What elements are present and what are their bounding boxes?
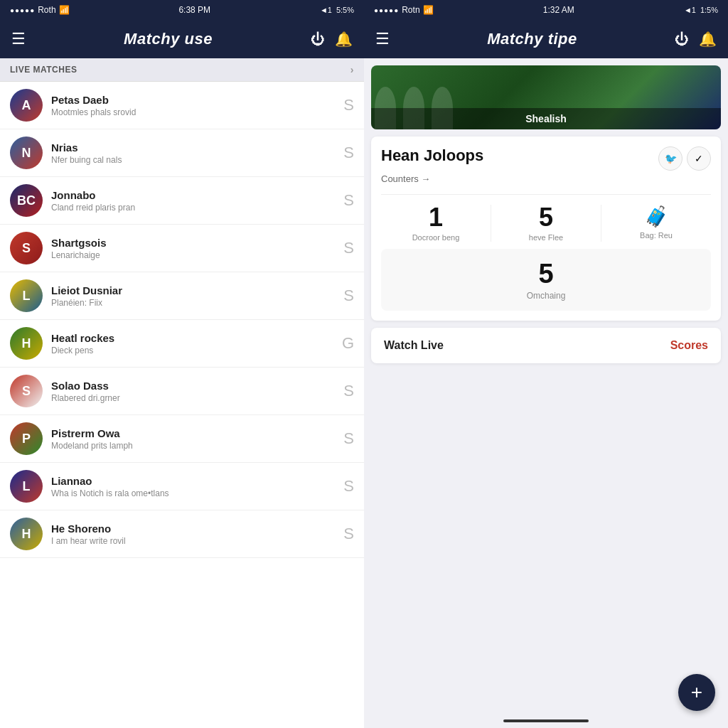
match-name: He Shoreno xyxy=(51,523,343,535)
watch-live-scores: Scores xyxy=(670,339,708,352)
left-status-left: ●●●●● Roth 📶 xyxy=(10,5,70,15)
watch-live-card[interactable]: Watch Live Scores xyxy=(371,328,721,363)
match-item[interactable]: L Liannao Wha is Notich is rala ome•tlan… xyxy=(0,463,364,510)
right-panel: ●●●●● Rotn 📶 1:32 AM ◄1 1:5% ☰ Matchy ti… xyxy=(364,0,728,728)
team-logo: H xyxy=(10,327,43,360)
right-signal-dots: ●●●●● xyxy=(374,6,399,14)
match-score-icon: S xyxy=(343,144,354,162)
team-logo: S xyxy=(10,232,43,264)
social-buttons: 🐦 ✓ xyxy=(658,146,711,171)
match-score-icon: S xyxy=(343,287,354,305)
team-logo: BC xyxy=(10,184,43,217)
match-score-icon: S xyxy=(343,525,354,543)
right-time: 1:32 AM xyxy=(543,5,574,15)
match-title: Hean Joloops xyxy=(381,146,483,165)
left-time: 6:38 PM xyxy=(178,5,210,15)
left-bell-icon[interactable]: 🔔 xyxy=(335,31,353,48)
match-score-icon: G xyxy=(342,334,354,353)
right-wifi-icon: 📶 xyxy=(423,5,434,15)
match-item[interactable]: H Heatl rockes Dieck pens G xyxy=(0,320,364,368)
match-sub: Wha is Notich is rala ome•tlans xyxy=(51,488,343,498)
right-header-icons: ⏻ 🔔 xyxy=(675,31,717,48)
match-item[interactable]: N Nrias Nfer buing cal nals S xyxy=(0,129,364,177)
stat-1-value: 1 xyxy=(387,205,485,230)
match-info: Liannao Wha is Notich is rala ome•tlans xyxy=(51,475,343,498)
match-sub: Dieck pens xyxy=(51,346,342,355)
match-name: Jonnabo xyxy=(51,189,343,201)
match-info: Lieiot Dusniar Planéien: Fiix xyxy=(51,284,343,308)
right-app-header: ☰ Matchy tipe ⏻ 🔔 xyxy=(364,20,728,58)
left-hamburger-icon[interactable]: ☰ xyxy=(11,30,26,48)
left-app-header: ☰ Matchy use ⏻ 🔔 xyxy=(0,20,364,58)
match-score-icon: S xyxy=(343,239,354,257)
stat-3-label: Bag: Reu xyxy=(607,231,705,240)
match-name: Nrias xyxy=(51,141,343,154)
match-name: Shartgsois xyxy=(51,237,343,249)
match-sub: Rlabered dri.grner xyxy=(51,393,343,403)
match-score-icon: S xyxy=(343,96,354,114)
left-power-icon[interactable]: ⏻ xyxy=(311,31,325,48)
team-logo: P xyxy=(10,422,43,455)
right-bell-icon[interactable]: 🔔 xyxy=(699,31,717,48)
right-status-left: ●●●●● Rotn 📶 xyxy=(374,5,434,15)
fab-plus-icon: + xyxy=(691,681,702,704)
match-info: Heatl rockes Dieck pens xyxy=(51,332,342,355)
left-app-title: Matchy use xyxy=(124,30,213,48)
bag-icon: 🧳 xyxy=(607,205,705,228)
match-item[interactable]: S Shartgsois Lenarichaige S xyxy=(0,225,364,272)
twitter-icon: 🐦 xyxy=(665,153,677,164)
match-item[interactable]: A Petas Daeb Mootmles phals srovid S xyxy=(0,82,364,129)
match-name: Petas Daeb xyxy=(51,94,343,106)
match-hero-image: Shealish xyxy=(371,65,721,129)
left-panel: ●●●●● Roth 📶 6:38 PM ◄1 5:5% ☰ Matchy us… xyxy=(0,0,364,728)
right-signal-icon: ◄1 xyxy=(684,6,696,14)
left-header-icons: ⏻ 🔔 xyxy=(311,31,353,48)
left-section-header[interactable]: LIVE MATCHES › xyxy=(0,58,364,82)
match-name: Solao Dass xyxy=(51,380,343,392)
right-status-bar: ●●●●● Rotn 📶 1:32 AM ◄1 1:5% xyxy=(364,0,728,20)
match-sub: Nfer buing cal nals xyxy=(51,155,343,165)
team-logo: S xyxy=(10,375,43,407)
left-section-label: LIVE MATCHES xyxy=(10,65,77,75)
match-score-icon: S xyxy=(343,477,354,496)
team-logo: L xyxy=(10,470,43,503)
right-status-right: ◄1 1:5% xyxy=(684,6,718,14)
match-name: Heatl rockes xyxy=(51,332,342,344)
detail-sub-text: Counters → xyxy=(381,173,430,184)
left-section-chevron-icon: › xyxy=(350,64,354,75)
stat-sub-value: 5 xyxy=(391,259,701,289)
right-detail-content: Shealish Hean Joloops 🐦 ✓ Counters → xyxy=(364,58,728,714)
match-info: Jonnabo Cland rreid plaris pran xyxy=(51,189,343,213)
match-score-icon: S xyxy=(343,429,354,448)
match-name: Liannao xyxy=(51,475,343,487)
match-score-icon: S xyxy=(343,382,354,400)
right-hamburger-icon[interactable]: ☰ xyxy=(375,30,390,48)
match-info: Shartgsois Lenarichaige xyxy=(51,237,343,260)
match-sub: Planéien: Fiix xyxy=(51,298,343,308)
match-item[interactable]: P Pistrerm Owa Modeland prits lamph S xyxy=(0,415,364,463)
match-info: He Shoreno I am hear write rovil xyxy=(51,523,343,546)
watch-live-label: Watch Live xyxy=(384,339,444,352)
match-detail-card: Hean Joloops 🐦 ✓ Counters → 1 Docroor be xyxy=(371,136,721,321)
right-power-icon[interactable]: ⏻ xyxy=(675,31,689,48)
check-button[interactable]: ✓ xyxy=(687,146,711,171)
fab-add-button[interactable]: + xyxy=(678,674,715,711)
left-signal-icon: ◄1 xyxy=(320,6,332,14)
match-item[interactable]: H He Shoreno I am hear write rovil S xyxy=(0,510,364,558)
match-name: Lieiot Dusniar xyxy=(51,284,343,296)
match-info: Petas Daeb Mootmles phals srovid xyxy=(51,94,343,117)
match-sub: Cland rreid plaris pran xyxy=(51,203,343,213)
stat-2-label: heve Flee xyxy=(497,233,595,242)
match-item[interactable]: S Solao Dass Rlabered dri.grner S xyxy=(0,368,364,415)
match-item[interactable]: BC Jonnabo Cland rreid plaris pran S xyxy=(0,177,364,225)
left-wifi-icon: 📶 xyxy=(59,5,70,15)
match-item[interactable]: L Lieiot Dusniar Planéien: Fiix S xyxy=(0,272,364,320)
left-battery: 5:5% xyxy=(336,6,354,14)
team-logo: H xyxy=(10,518,43,550)
team-logo: L xyxy=(10,279,43,312)
hero-label: Shealish xyxy=(525,113,567,124)
left-carrier: Roth xyxy=(38,5,55,15)
team-logo: N xyxy=(10,136,43,169)
match-stats: 1 Docroor beng 5 heve Flee 🧳 Bag: Reu xyxy=(381,194,711,242)
twitter-button[interactable]: 🐦 xyxy=(658,146,682,171)
